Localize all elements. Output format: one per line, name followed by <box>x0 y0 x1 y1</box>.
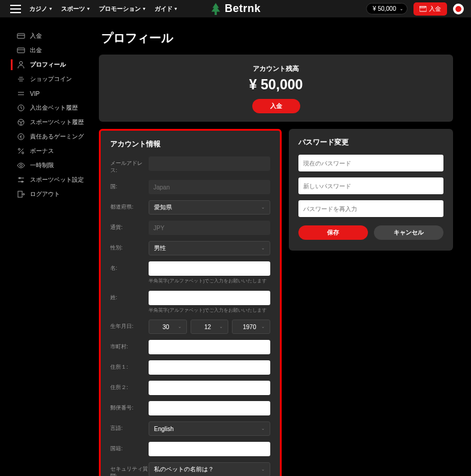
logo[interactable]: Betrnk <box>210 2 261 15</box>
sidebar-item-label: 入出金ベット履歴 <box>30 104 78 112</box>
pref-label: 都道府県: <box>110 200 149 211</box>
dob-label: 生年月日: <box>110 320 149 330</box>
sidebar-item-7[interactable]: €責任あるゲーミング <box>12 129 93 144</box>
percent-icon <box>17 147 25 155</box>
sidebar-item-1[interactable]: 出金 <box>12 43 93 58</box>
postal-field[interactable] <box>149 401 270 415</box>
password-panel: パスワード変更 保存 キャンセル <box>289 129 453 251</box>
password-title: パスワード変更 <box>298 137 443 147</box>
svg-point-17 <box>19 149 20 150</box>
last-name-label: 姓: <box>110 291 149 302</box>
new-password-field[interactable] <box>298 177 443 194</box>
account-info-panel: アカウント情報 メールアドレス: 国: 都道府県:愛知県⌄ 通貨: 性別:男性⌄… <box>99 129 282 476</box>
last-name-help: 半角英字(アルファベット)でご入力をお願いいたします <box>149 308 270 314</box>
logout-icon <box>17 190 25 198</box>
email-field[interactable] <box>149 156 270 171</box>
password-save-button[interactable]: 保存 <box>298 225 368 240</box>
page-title: プロフィール <box>101 30 453 46</box>
tree-icon <box>210 3 221 15</box>
card-icon <box>17 46 25 55</box>
sidebar-item-label: 責任あるゲーミング <box>30 132 84 141</box>
language-flag[interactable] <box>453 4 464 14</box>
first-name-help: 半角英字(アルファベット)でご入力をお願いいたします <box>149 278 270 284</box>
sidebar-item-3[interactable]: ショップコイン <box>12 72 93 86</box>
currency-label: 通貨: <box>110 221 149 231</box>
account-title: アカウント情報 <box>110 139 270 149</box>
sliders-icon <box>17 176 25 184</box>
postal-label: 郵便番号: <box>110 401 149 412</box>
sidebar-item-label: スポーツベット設定 <box>30 176 84 184</box>
sidebar: 入金出金プロフィールショップコインVIP入出金ベット履歴スポーツベット履歴€責任… <box>0 24 93 476</box>
sidebar-item-label: ボーナス <box>30 147 54 155</box>
deposit-button-top[interactable]: 入金 <box>413 2 447 16</box>
sidebar-item-11[interactable]: ログアウト <box>12 187 93 201</box>
shield-icon: € <box>17 132 25 141</box>
svg-marker-0 <box>212 3 220 15</box>
sidebar-item-label: 出金 <box>30 46 42 55</box>
gender-select[interactable]: 男性⌄ <box>149 241 270 255</box>
svg-point-18 <box>22 152 24 154</box>
svg-rect-25 <box>18 191 22 197</box>
sidebar-item-label: VIP <box>30 91 40 97</box>
security-question-select[interactable]: 私のペットの名前は？⌄ <box>149 462 270 476</box>
nav-promo[interactable]: プロモーション▼ <box>99 5 146 13</box>
sidebar-item-label: スポーツベット履歴 <box>30 118 84 126</box>
addr1-label: 住所１: <box>110 360 149 371</box>
country-label: 国: <box>110 180 149 191</box>
user-icon <box>17 61 25 69</box>
nationality-field[interactable] <box>149 442 270 456</box>
addr1-field[interactable] <box>149 360 270 375</box>
sidebar-item-4[interactable]: VIP <box>12 86 93 101</box>
logo-text: Betrnk <box>225 2 261 15</box>
svg-rect-3 <box>17 34 25 38</box>
nationality-label: 国籍: <box>110 442 149 453</box>
current-password-field[interactable] <box>298 155 443 171</box>
nav-sports[interactable]: スポーツ▼ <box>61 5 90 13</box>
menu-icon[interactable] <box>10 5 21 13</box>
prefecture-select[interactable]: 愛知県⌄ <box>149 200 270 215</box>
gender-label: 性別: <box>110 241 149 252</box>
card-icon <box>17 32 25 40</box>
deposit-button[interactable]: 入金 <box>252 99 300 113</box>
sidebar-item-6[interactable]: スポーツベット履歴 <box>12 115 93 129</box>
currency-field <box>149 221 270 235</box>
svg-text:€: € <box>20 135 22 139</box>
eye-icon <box>17 161 25 170</box>
secq-label: セキュリティ質問: <box>110 462 149 476</box>
last-name-field[interactable] <box>149 291 270 305</box>
wallet-icon <box>419 6 427 12</box>
vip-icon <box>17 89 25 98</box>
language-select[interactable]: English⌄ <box>149 421 270 436</box>
sidebar-item-label: 入金 <box>30 32 42 40</box>
sidebar-item-label: ログアウト <box>30 190 60 198</box>
sidebar-item-label: プロフィール <box>30 61 66 69</box>
lang-label: 言語: <box>110 421 149 432</box>
country-field <box>149 180 270 194</box>
email-label: メールアドレス: <box>110 156 149 174</box>
balance-dropdown[interactable]: ¥ 50,000⌄ <box>366 3 407 14</box>
city-field[interactable] <box>149 340 270 354</box>
sidebar-item-5[interactable]: 入出金ベット履歴 <box>12 101 93 115</box>
dob-year-select[interactable]: 1970⌄ <box>232 320 270 334</box>
first-name-field[interactable] <box>149 261 270 276</box>
addr2-field[interactable] <box>149 381 270 395</box>
sidebar-item-10[interactable]: スポーツベット設定 <box>12 173 93 187</box>
sidebar-item-2[interactable]: プロフィール <box>12 58 93 72</box>
sidebar-item-label: 一時制限 <box>30 161 54 170</box>
coin-icon <box>17 75 25 83</box>
confirm-password-field[interactable] <box>298 200 443 217</box>
sidebar-item-8[interactable]: ボーナス <box>12 144 93 158</box>
ball-icon <box>17 118 25 126</box>
svg-line-19 <box>19 149 23 153</box>
svg-point-24 <box>22 181 23 183</box>
dob-month-select[interactable]: 12⌄ <box>191 320 229 334</box>
dob-day-select[interactable]: 30⌄ <box>149 320 187 334</box>
balance-amount: ¥ 50,000 <box>99 77 453 93</box>
nav-guide[interactable]: ガイド▼ <box>155 5 178 13</box>
city-label: 市町村: <box>110 340 149 351</box>
nav-casino[interactable]: カジノ▼ <box>29 5 53 13</box>
balance-panel: アカウント残高 ¥ 50,000 入金 <box>99 55 453 122</box>
password-cancel-button[interactable]: キャンセル <box>374 225 443 240</box>
sidebar-item-0[interactable]: 入金 <box>12 29 93 43</box>
sidebar-item-9[interactable]: 一時制限 <box>12 158 93 173</box>
